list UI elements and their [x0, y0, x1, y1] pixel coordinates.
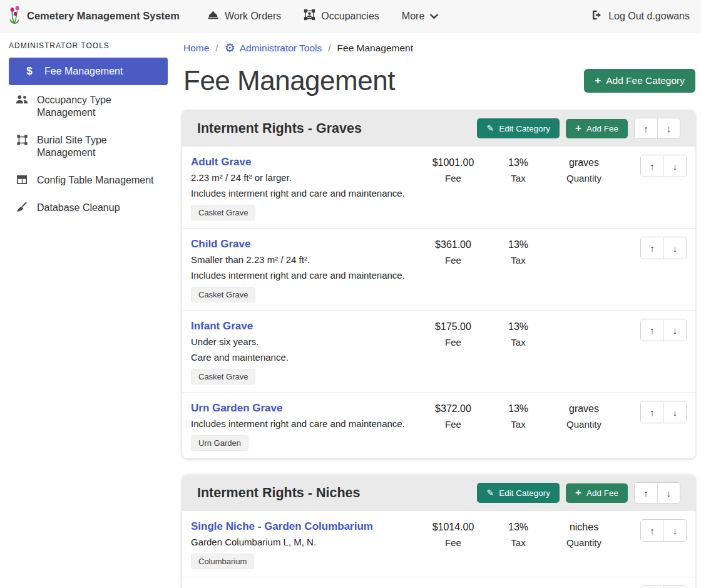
fee-name-link[interactable]: Single Niche - Garden Columbarium — [191, 519, 373, 534]
tax-block: 13% Tax — [490, 319, 546, 350]
fee-name-link[interactable]: Child Grave — [191, 237, 250, 252]
fee-reorder-group: ↑ ↓ — [640, 401, 687, 423]
sidebar-item-label: Config Table Management — [37, 174, 154, 187]
fee-name-link[interactable]: Urn Garden Grave — [191, 401, 282, 416]
fee-reorder-group: ↑ ↓ — [640, 585, 687, 588]
category-header: Interment Rights - Graves ✎ Edit Categor… — [182, 110, 695, 147]
tax-label: Tax — [490, 535, 546, 550]
tax-block: 13% Tax — [490, 519, 546, 550]
fee-amount: $1014.00 — [416, 520, 490, 535]
page-title: Fee Management — [183, 65, 395, 96]
nav-more[interactable]: More — [393, 6, 447, 27]
fee-description: Includes interment right and care and ma… — [191, 186, 410, 201]
quantity-value: graves — [546, 155, 622, 170]
category-title: Interment Rights - Niches — [197, 485, 471, 501]
fee-row: Single Niche - Garden Columbarium Garden… — [182, 511, 695, 577]
add-fee-category-label: Add Fee Category — [606, 75, 685, 86]
quantity-block: niches Quantity — [546, 519, 622, 550]
chevron-down-icon — [430, 11, 438, 22]
add-fee-button[interactable]: + Add Fee — [566, 119, 628, 138]
quantity-block: graves Quantity — [546, 401, 622, 432]
category-header: Interment Rights - Niches ✎ Edit Categor… — [182, 475, 695, 511]
fee-amount: $1001.00 — [416, 155, 490, 170]
app-brand[interactable]: Cemetery Management System — [8, 6, 180, 26]
breadcrumb-current: Fee Management — [337, 43, 414, 54]
sidebar-item-config-table-management[interactable]: Config Table Management — [9, 168, 168, 193]
tax-label: Tax — [490, 253, 546, 268]
fee-description: 2.23 m² / 24 ft² or larger. — [191, 170, 410, 185]
tax-value: 13% — [490, 237, 546, 252]
fee-amount: $372.00 — [416, 401, 490, 416]
fee-type-badge: Casket Grave — [191, 205, 255, 220]
sidebar-item-burial-site-type-management[interactable]: Burial Site Type Management — [9, 128, 168, 165]
move-fee-down-button[interactable]: ↓ — [663, 520, 686, 541]
sidebar-item-fee-management[interactable]: $ Fee Management — [9, 58, 168, 85]
fee-name-link[interactable]: Companion Niche - Garden Columbarium — [191, 585, 399, 588]
sidebar-item-occupancy-type-management[interactable]: Occupancy Type Management — [9, 88, 168, 125]
fee-amount-block: $1001.00 Fee — [416, 155, 490, 186]
quantity-label: Quantity — [546, 417, 622, 432]
edit-category-label: Edit Category — [499, 124, 550, 133]
fee-description: Includes interment right and care and ma… — [191, 268, 410, 283]
fee-description: Includes interment right and care and ma… — [191, 416, 410, 431]
nav-work-orders-label: Work Orders — [225, 11, 281, 22]
breadcrumb-admin-tools-link[interactable]: ⚙ Administrator Tools — [225, 43, 322, 54]
plus-icon: + — [575, 124, 581, 133]
fee-row: Urn Garden Grave Includes interment righ… — [182, 392, 695, 458]
fee-amount: $175.00 — [416, 319, 490, 334]
move-category-up-button[interactable]: ↑ — [635, 483, 657, 503]
add-fee-button[interactable]: + Add Fee — [566, 483, 628, 503]
fee-row: Child Grave Smaller than 2.23 m² / 24 ft… — [182, 228, 695, 310]
nav-work-orders[interactable]: Work Orders — [198, 4, 290, 28]
tax-label: Tax — [490, 171, 546, 186]
move-fee-up-button[interactable]: ↑ — [641, 320, 663, 341]
edit-category-button[interactable]: ✎ Edit Category — [477, 118, 560, 138]
table-icon — [15, 174, 29, 185]
fee-name-link[interactable]: Infant Grave — [191, 319, 253, 334]
fee-amount-block: $361.00 Fee — [416, 237, 490, 268]
tax-block: 13% Tax — [490, 401, 546, 432]
vector-square-icon — [15, 134, 29, 145]
hard-hat-icon — [207, 9, 219, 23]
tax-label: Tax — [490, 335, 546, 350]
add-fee-category-button[interactable]: + Add Fee Category — [584, 69, 695, 93]
sidebar-item-label: Fee Management — [44, 65, 123, 78]
nav-occupancies[interactable]: Occupancies — [295, 4, 388, 28]
fee-reorder-group: ↑ ↓ — [640, 519, 687, 542]
fee-label: Fee — [416, 535, 490, 550]
quantity-value: niches — [546, 520, 622, 535]
fee-amount-block: $372.00 Fee — [416, 401, 490, 432]
category-reorder-group: ↑ ↓ — [634, 482, 680, 503]
tax-value: 13% — [490, 401, 546, 416]
breadcrumb-admin-tools-label: Administrator Tools — [240, 43, 322, 54]
breadcrumb-separator: / — [328, 43, 330, 54]
breadcrumb-home-link[interactable]: Home — [183, 43, 209, 54]
fee-description: Smaller than 2.23 m² / 24 ft². — [191, 252, 410, 267]
nav-more-label: More — [402, 11, 424, 22]
sidebar: ADMINISTRATOR TOOLS $ Fee Management Occ… — [0, 33, 175, 235]
move-fee-down-button[interactable]: ↓ — [663, 238, 686, 259]
quantity-label: Quantity — [546, 171, 622, 186]
move-category-up-button[interactable]: ↑ — [635, 118, 657, 138]
sidebar-section-title: ADMINISTRATOR TOOLS — [9, 41, 168, 50]
edit-category-button[interactable]: ✎ Edit Category — [477, 483, 560, 503]
fee-type-badge: Casket Grave — [191, 369, 255, 384]
move-category-down-button[interactable]: ↓ — [657, 118, 680, 138]
plus-icon: + — [575, 488, 581, 497]
move-fee-up-button[interactable]: ↑ — [641, 402, 663, 423]
move-fee-up-button[interactable]: ↑ — [641, 156, 663, 177]
move-fee-down-button[interactable]: ↓ — [663, 156, 686, 177]
fee-name-link[interactable]: Adult Grave — [191, 155, 251, 170]
fee-reorder-group: ↑ ↓ — [640, 155, 687, 177]
move-fee-down-button[interactable]: ↓ — [663, 320, 686, 341]
move-fee-up-button[interactable]: ↑ — [641, 520, 663, 541]
add-fee-label: Add Fee — [586, 488, 618, 498]
logout-button[interactable]: Log Out d.gowans — [591, 9, 690, 23]
nav-occupancies-label: Occupancies — [321, 11, 379, 22]
quantity-block — [546, 319, 622, 319]
quantity-label: Quantity — [546, 535, 622, 550]
sidebar-item-database-cleanup[interactable]: Database Cleanup — [9, 195, 168, 220]
move-fee-down-button[interactable]: ↓ — [663, 402, 686, 423]
move-category-down-button[interactable]: ↓ — [657, 483, 680, 503]
move-fee-up-button[interactable]: ↑ — [641, 238, 663, 259]
